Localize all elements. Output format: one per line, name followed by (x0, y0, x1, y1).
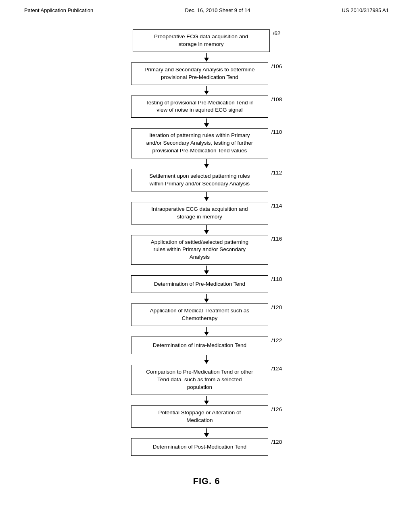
flow-item-box-62: Preoperative ECG data acquisition and st… (133, 29, 281, 52)
page-header: Patent Application Publication Dec. 16, … (0, 0, 413, 17)
arrow-0 (138, 52, 275, 62)
box-126-box: Potential Stoppage or Alteration of Medi… (131, 405, 268, 428)
box-124-box: Comparison to Pre-Medication Tend or oth… (131, 365, 268, 395)
box-108-box: Testing of provisional Pre-Medication Te… (131, 96, 268, 118)
svg-marker-13 (204, 270, 209, 274)
arrow-5 (138, 224, 275, 235)
flow-item-box-114: Intraoperative ECG data acquisition and … (131, 202, 282, 224)
box-106-label: /106 (271, 62, 282, 69)
figure-caption: FIG. 6 (0, 476, 413, 486)
box-62-label: /62 (273, 29, 281, 36)
box-120-box: Application of Medical Treatment such as… (131, 303, 268, 326)
svg-marker-11 (204, 230, 209, 234)
header-middle: Dec. 16, 2010 Sheet 9 of 14 (185, 7, 250, 13)
box-128-box: Determination of Post-Medication Tend (131, 438, 268, 456)
arrow-8 (138, 326, 275, 337)
box-114-box: Intraoperative ECG data acquisition and … (131, 202, 268, 224)
box-116-box: Application of settled/selected patterni… (131, 235, 268, 265)
svg-marker-3 (204, 91, 209, 95)
arrow-10 (138, 395, 275, 405)
box-118-label: /118 (271, 275, 282, 282)
box-108-label: /108 (271, 96, 282, 102)
box-62-box: Preoperative ECG data acquisition and st… (133, 29, 270, 52)
flow-item-box-106: Primary and Secondary Analysis to determ… (131, 62, 282, 85)
flow-item-box-108: Testing of provisional Pre-Medication Te… (131, 96, 282, 118)
box-118-box: Determination of Pre-Medication Tend (131, 275, 268, 293)
flow-item-box-110: Iteration of patterning rules within Pri… (131, 128, 282, 158)
arrow-3 (138, 158, 275, 169)
svg-marker-9 (204, 197, 209, 201)
svg-marker-5 (204, 123, 209, 127)
box-126-label: /126 (271, 405, 282, 412)
arrow-1 (138, 85, 275, 96)
box-124-label: /124 (271, 365, 282, 372)
box-128-label: /128 (271, 438, 282, 445)
box-122-box: Determination of Intra-Medication Tend (131, 337, 268, 354)
svg-marker-19 (204, 360, 209, 364)
box-114-label: /114 (271, 202, 282, 209)
svg-marker-1 (204, 58, 209, 62)
flow-item-box-122: Determination of Intra-Medication Tend/1… (131, 337, 282, 354)
flow-item-box-112: Settlement upon selected patterning rule… (131, 169, 282, 191)
flow-item-box-120: Application of Medical Treatment such as… (131, 303, 282, 326)
svg-marker-21 (204, 401, 209, 405)
box-112-label: /112 (271, 169, 282, 176)
flow-item-box-128: Determination of Post-Medication Tend/12… (131, 438, 282, 456)
box-116-label: /116 (271, 235, 282, 242)
arrow-7 (138, 293, 275, 303)
box-110-box: Iteration of patterning rules within Pri… (131, 128, 268, 158)
box-120-label: /120 (271, 303, 282, 310)
arrow-2 (138, 118, 275, 128)
arrow-9 (138, 354, 275, 365)
header-left: Patent Application Publication (24, 7, 93, 13)
box-122-label: /122 (271, 337, 282, 343)
arrow-4 (138, 191, 275, 202)
svg-marker-23 (204, 433, 209, 437)
flow-item-box-124: Comparison to Pre-Medication Tend or oth… (131, 365, 282, 395)
svg-marker-17 (204, 332, 209, 336)
box-112-box: Settlement upon selected patterning rule… (131, 169, 268, 191)
box-110-label: /110 (271, 128, 282, 135)
flow-item-box-118: Determination of Pre-Medication Tend/118 (131, 275, 282, 293)
arrow-11 (138, 428, 275, 438)
header-right: US 2010/317985 A1 (342, 7, 389, 13)
svg-marker-7 (204, 164, 209, 168)
flow-diagram: Preoperative ECG data acquisition and st… (0, 17, 413, 464)
box-106-box: Primary and Secondary Analysis to determ… (131, 62, 268, 85)
flow-item-box-116: Application of settled/selected patterni… (131, 235, 282, 265)
flow-item-box-126: Potential Stoppage or Alteration of Medi… (131, 405, 282, 428)
svg-marker-15 (204, 299, 209, 303)
arrow-6 (138, 265, 275, 275)
